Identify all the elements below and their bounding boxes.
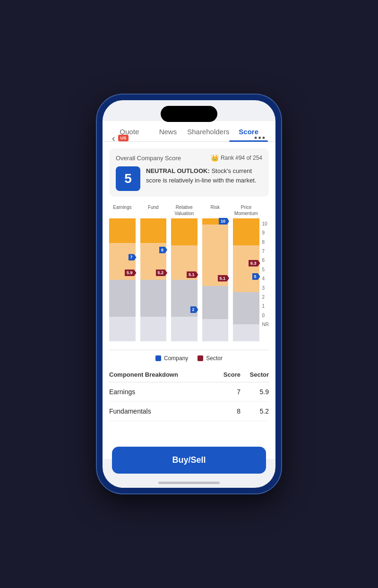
breakdown-row-earnings-sector: 5.9 [241, 388, 269, 396]
bar-risk-gray [202, 286, 229, 319]
marker-pm-red: 6.3 [249, 260, 260, 267]
y-label-0: 0 [262, 313, 269, 318]
breakdown-col-score: Score [212, 371, 241, 378]
col-label-earnings: Earnings [109, 204, 136, 216]
breakdown-section: Component Breakdown Score Sector Earning… [103, 366, 275, 459]
bar-earnings-orange [109, 218, 136, 243]
bar-risk-orange: 10 [202, 218, 229, 225]
bar-fund: 8 5.2 [140, 218, 167, 341]
y-label-2: 2 [262, 294, 269, 300]
status-bar: ‹ US ••• [103, 128, 275, 148]
more-options-button[interactable]: ••• [254, 133, 266, 143]
bar-risk-peach2: 5.1 [202, 274, 229, 286]
back-arrow-icon: ‹ [112, 133, 115, 144]
bar-earnings-light-gray [109, 317, 136, 341]
score-card-header: Overall Company Score 👑 Rank #94 of 254 [116, 154, 262, 162]
y-label-8: 8 [262, 240, 269, 245]
bar-relval-light-gray [171, 317, 198, 341]
marker-relval-red: 5.1 [187, 271, 198, 278]
bar-fund-orange [140, 218, 167, 243]
bar-fund-peach: 8 5.2 [140, 243, 167, 280]
bar-pm-peach-top: 6.3 [233, 245, 259, 268]
y-label-4: 4 [262, 276, 269, 281]
y-label-3: 3 [262, 285, 269, 291]
chart-legend: Company Sector [109, 350, 269, 366]
bar-relval-peach: 5.1 [171, 245, 198, 280]
bar-earnings-peach: 7 5.9 [109, 243, 136, 280]
home-indicator [158, 482, 220, 484]
bar-risk-peach [202, 225, 229, 274]
phone-frame: ‹ US ••• Quote News Shareholders Score [97, 95, 281, 493]
bar-relval-orange [171, 218, 198, 245]
marker-relval-blue: 2 [190, 306, 198, 313]
y-label-7: 7 [262, 249, 269, 254]
y-label-9: 9 [262, 230, 269, 235]
main-content: Quote News Shareholders Score Overall Co… [103, 121, 275, 459]
back-button[interactable]: ‹ US [112, 133, 129, 144]
breakdown-col-sector: Sector [241, 371, 269, 378]
us-badge: US [118, 135, 129, 141]
bar-pm-gray [233, 292, 259, 324]
bar-pm-peach-mid: 5 [233, 268, 259, 280]
marker-risk-red: 5.1 [218, 275, 230, 282]
crown-icon: 👑 [211, 154, 219, 162]
breakdown-col-name: Component Breakdown [109, 371, 212, 378]
bar-earnings-gray [109, 280, 136, 317]
legend-sector: Sector [198, 355, 223, 362]
y-label-1: 1 [262, 303, 269, 309]
chart-section: Earnings Fund RelativeValuation Risk Pri… [103, 197, 275, 346]
bar-risk: 10 5.1 [202, 218, 229, 341]
breakdown-row-fund-sector: 5.2 [241, 407, 269, 415]
y-axis: 10 9 8 7 6 5 4 3 2 1 0 NR [259, 204, 269, 327]
legend-company: Company [155, 355, 188, 362]
legend-company-label: Company [164, 355, 188, 362]
breakdown-row-earnings-name: Earnings [109, 388, 212, 396]
y-label-5: 5 [262, 267, 269, 272]
bar-risk-light-gray [202, 319, 229, 341]
legend-sector-dot [198, 355, 203, 361]
bar-pm-peach-bottom [233, 280, 259, 292]
bar-fund-light-gray [140, 317, 167, 341]
marker-earnings-red: 5.9 [125, 269, 137, 276]
bar-pm-light-gray [233, 324, 259, 341]
breakdown-row-fund-score: 8 [212, 407, 241, 415]
marker-risk-blue: 10 [219, 218, 229, 225]
marker-fund-red: 5.2 [156, 269, 168, 276]
legend-company-dot [155, 355, 161, 361]
marker-earnings-blue: 7 [129, 254, 137, 260]
score-card: Overall Company Score 👑 Rank #94 of 254 … [109, 148, 269, 197]
bar-pm-orange [233, 218, 259, 245]
score-number: 5 [116, 166, 140, 191]
phone-screen: ‹ US ••• Quote News Shareholders Score [103, 100, 275, 488]
outlook-label: NEUTRAL OUTLOOK: [146, 167, 210, 174]
bar-fund-gray [140, 280, 167, 317]
col-label-price-momentum: PriceMomentum [233, 204, 259, 216]
col-label-relative-val: RelativeValuation [171, 204, 198, 216]
breakdown-row-earnings-score: 7 [212, 388, 241, 396]
bar-relval-gray: 2 [171, 280, 198, 317]
rank-badge: 👑 Rank #94 of 254 [211, 154, 262, 162]
y-label-6: 6 [262, 258, 269, 263]
legend-sector-label: Sector [206, 355, 223, 362]
buy-sell-button[interactable]: Buy/Sell [112, 447, 266, 474]
breakdown-header: Component Breakdown Score Sector [109, 366, 269, 382]
col-label-fund: Fund [140, 204, 167, 216]
score-description: NEUTRAL OUTLOOK: Stock's current score i… [146, 166, 262, 185]
dynamic-island [161, 106, 217, 122]
rank-text: Rank #94 of 254 [221, 155, 262, 161]
col-label-risk: Risk [202, 204, 229, 216]
bar-earnings: 7 5.9 [109, 218, 136, 341]
buy-sell-bar: Buy/Sell [112, 447, 266, 474]
score-card-title: Overall Company Score [116, 155, 181, 162]
score-body: 5 NEUTRAL OUTLOOK: Stock's current score… [116, 166, 262, 191]
marker-pm-blue: 5 [252, 273, 260, 280]
bar-price-momentum: 6.3 5 [233, 218, 259, 341]
breakdown-row-earnings: Earnings 7 5.9 [109, 382, 269, 402]
bar-relative-val: 5.1 2 [171, 218, 198, 341]
breakdown-row-fundamentals: Fundamentals 8 5.2 [109, 402, 269, 421]
breakdown-row-fund-name: Fundamentals [109, 407, 212, 415]
marker-fund-blue: 8 [159, 247, 167, 253]
y-label-10: 10 [262, 221, 269, 226]
y-label-nr: NR [262, 322, 269, 327]
